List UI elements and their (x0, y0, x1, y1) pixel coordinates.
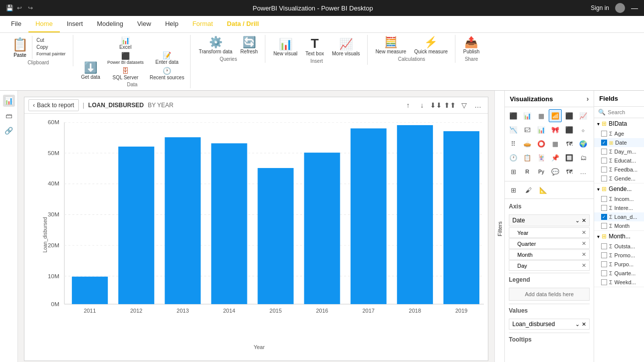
getdata-button[interactable]: ⬇️ Get data (78, 61, 103, 81)
bar-2018[interactable] (397, 125, 433, 304)
sort-desc-icon[interactable]: ↓ (416, 99, 428, 111)
viz-more[interactable]: … (577, 165, 590, 178)
weekd-checkbox[interactable] (601, 279, 607, 285)
viz-table[interactable]: 🗂 (577, 151, 590, 164)
newvisual-button[interactable]: 📊 New visual (270, 38, 300, 57)
field-daym[interactable]: Σ Day_m... (594, 147, 644, 156)
viz-card[interactable]: 📋 (521, 151, 534, 164)
viz-gauge[interactable]: 🕐 (507, 151, 520, 164)
axis-quarter-close[interactable]: ✕ (582, 240, 586, 247)
educat-checkbox[interactable] (601, 158, 607, 164)
redo-icon[interactable]: ↪ (28, 4, 35, 11)
format-painter-button[interactable]: Format painter (35, 51, 67, 57)
filter-icon[interactable]: ▽ (458, 99, 470, 111)
viz-clustered-bar[interactable]: 📊 (521, 109, 534, 122)
field-weekd[interactable]: Σ Weekd... (594, 278, 644, 287)
viz-slicer[interactable]: 🔲 (563, 151, 576, 164)
viz-stacked-area[interactable]: 🗠 (521, 123, 534, 136)
excel-button[interactable]: 📊 Excel (105, 36, 146, 50)
promo-checkbox[interactable] (601, 252, 607, 258)
month-checkbox[interactable] (601, 223, 607, 229)
viz-ribbon[interactable]: 🎀 (549, 123, 562, 136)
bar-2015[interactable] (257, 168, 293, 304)
data-view-icon[interactable]: 🗃 (3, 110, 15, 122)
back-to-report-button[interactable]: ‹ Back to report (28, 99, 79, 111)
tab-modeling[interactable]: Modeling (90, 16, 130, 32)
date-checkbox[interactable]: ✓ (601, 140, 607, 146)
viz-r[interactable]: R (521, 165, 534, 178)
viz-waterfall[interactable]: ⬛ (563, 123, 576, 136)
viz-python[interactable]: Py (535, 165, 548, 178)
field-promo[interactable]: Σ Promo... (594, 251, 644, 260)
outsta-checkbox[interactable] (601, 243, 607, 249)
copy-button[interactable]: Copy (35, 44, 67, 50)
field-educat[interactable]: Σ Educat... (594, 156, 644, 165)
quarte-checkbox[interactable] (601, 270, 607, 276)
incom-checkbox[interactable] (601, 196, 607, 202)
values-expand-icon[interactable]: ⌄ (575, 321, 580, 328)
viz-qa[interactable]: 💬 (549, 165, 562, 178)
viz-expand-icon[interactable]: › (587, 95, 589, 103)
paste-button[interactable]: 📋 Paste (8, 36, 32, 59)
field-quarte[interactable]: Σ Quarte... (594, 269, 644, 278)
field-outsta[interactable]: Σ Outsta... (594, 242, 644, 251)
format-paint-icon[interactable]: 🖌 (522, 183, 535, 196)
gende1-checkbox[interactable] (601, 176, 607, 181)
drill-down-icon[interactable]: ⬇⬇ (430, 99, 442, 111)
quickmeasure-button[interactable]: ⚡ Quick measure (411, 36, 450, 55)
daym-checkbox[interactable] (601, 149, 607, 155)
sort-asc-icon[interactable]: ↑ (402, 99, 414, 111)
field-feedba[interactable]: Σ Feedba... (594, 165, 644, 174)
minimize-icon[interactable]: — (631, 4, 638, 12)
field-intere[interactable]: Σ Intere... (594, 203, 644, 212)
field-age[interactable]: Σ Age (594, 129, 644, 138)
purpo-checkbox[interactable] (601, 261, 607, 267)
tab-insert[interactable]: Insert (60, 16, 90, 32)
bar-2019[interactable] (443, 131, 479, 304)
axis-date-expand[interactable]: ⌄ (575, 217, 580, 224)
viz-map[interactable]: 🗺 (563, 137, 576, 150)
loand-checkbox[interactable]: ✓ (601, 214, 607, 220)
axis-date-close[interactable]: ✕ (582, 217, 586, 224)
viz-area[interactable]: 📉 (507, 123, 520, 136)
viz-line[interactable]: 📈 (577, 109, 590, 122)
tab-help[interactable]: Help (158, 16, 186, 32)
field-incom[interactable]: Σ Incom... (594, 194, 644, 203)
field-date[interactable]: ✓ ⊞ Date (594, 138, 644, 147)
fields-group-month-header[interactable]: ▾ ⊞ Month... (594, 231, 644, 242)
fields-group-gende-header[interactable]: ▾ ⊞ Gende... (594, 183, 644, 194)
save-icon[interactable]: 💾 (6, 4, 13, 11)
recentsources-button[interactable]: 🕐 Recent sources (148, 66, 186, 81)
cut-button[interactable]: Cut (35, 37, 67, 43)
viz-filled-map[interactable]: 🌍 (577, 137, 590, 150)
pbidatasets-button[interactable]: ⬛ Power BI datasets (105, 51, 146, 65)
newmeasure-button[interactable]: 🧮 New measure (373, 36, 410, 55)
viz-treemap[interactable]: ▦ (549, 137, 562, 150)
publish-button[interactable]: 📤 Publish (460, 36, 483, 55)
values-close-icon[interactable]: ✕ (582, 321, 586, 328)
bar-2012[interactable] (118, 147, 154, 304)
filters-panel[interactable]: Filters (494, 91, 504, 362)
viz-donut[interactable]: ⭕ (535, 137, 548, 150)
sign-in-button[interactable]: Sign in (591, 4, 609, 11)
format-analytics-icon[interactable]: 📐 (537, 183, 550, 196)
intere-checkbox[interactable] (601, 205, 607, 211)
bar-2011[interactable] (72, 277, 108, 304)
undo-icon[interactable]: ↩ (17, 4, 24, 11)
model-view-icon[interactable]: 🔗 (3, 125, 15, 137)
enterdata-button[interactable]: 📝 Enter data (148, 51, 186, 65)
report-view-icon[interactable]: 📊 (3, 95, 15, 107)
more-options-icon[interactable]: … (472, 99, 484, 111)
field-gende1[interactable]: Σ Gende... (594, 174, 644, 183)
refresh-button[interactable]: 🔄 Refresh (237, 36, 261, 55)
viz-funnel[interactable]: ⬦ (577, 123, 590, 136)
viz-matrix[interactable]: ⊞ (507, 165, 520, 178)
viz-arcgis[interactable]: 🗺 (563, 165, 576, 178)
field-purpo[interactable]: Σ Purpo... (594, 260, 644, 269)
viz-line-column[interactable]: 📊 (535, 123, 548, 136)
morevisuals-button[interactable]: 📈 More visuals (329, 38, 363, 57)
axis-year-close[interactable]: ✕ (582, 229, 586, 236)
tab-format[interactable]: Format (186, 16, 220, 32)
transform-button[interactable]: ⚙️ Transform data (196, 36, 235, 55)
bar-2014[interactable] (211, 143, 247, 304)
